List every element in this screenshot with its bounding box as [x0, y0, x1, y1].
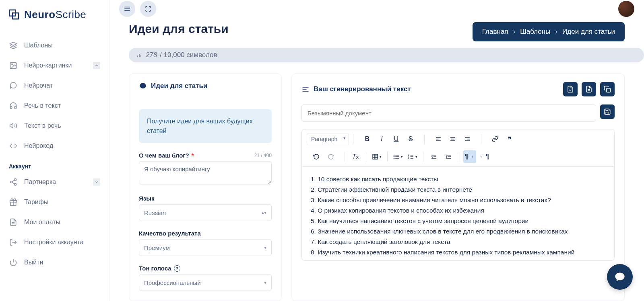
content-row: Идеи для статьи Получите идеи для ваших …: [109, 62, 644, 301]
logo[interactable]: NeuroScribe: [0, 0, 109, 29]
blog-char-counter: 21 / 400: [254, 153, 272, 158]
list-item: Стратегии эффективной продажи текста в и…: [311, 184, 605, 195]
sidebar-item-label: Партнерка: [24, 178, 56, 186]
list-item: Как научиться определять эмоциональный о…: [311, 258, 605, 261]
bold-button[interactable]: B: [361, 133, 374, 145]
volume-icon: [9, 121, 18, 130]
chevron-down-icon: [93, 62, 100, 69]
gift-icon: [9, 198, 18, 207]
svg-line-10: [12, 180, 14, 181]
input-card: Идеи для статьи Получите идеи для ваших …: [129, 74, 282, 301]
copy-button[interactable]: [600, 82, 615, 96]
tone-label: Тон голоса ?: [139, 265, 272, 272]
sidebar-item-templates[interactable]: Шаблоны: [4, 37, 105, 54]
align-right-button[interactable]: [461, 133, 474, 145]
paragraph-select[interactable]: Paragraph: [307, 133, 349, 145]
bar-chart-icon: [136, 52, 142, 58]
help-icon[interactable]: ?: [174, 265, 180, 272]
breadcrumb-home[interactable]: Главная: [482, 28, 508, 36]
clear-format-button[interactable]: Tx: [349, 150, 362, 163]
svg-rect-29: [607, 88, 611, 92]
chevron-right-icon: ›: [513, 28, 516, 36]
strike-button[interactable]: S: [404, 133, 417, 145]
align-center-button[interactable]: [446, 133, 459, 145]
chevron-right-icon: ›: [555, 28, 557, 36]
ltr-button[interactable]: ¶→: [463, 150, 476, 163]
sidebar-item-label: Тарифы: [24, 199, 48, 206]
breadcrumb-templates[interactable]: Шаблоны: [520, 28, 550, 36]
list-item: Как научиться написанию текстов с учетом…: [311, 216, 605, 226]
code-icon: [9, 141, 18, 150]
chat-icon: [614, 271, 625, 283]
rtl-button[interactable]: ←¶: [478, 150, 491, 163]
lang-label: Язык: [139, 195, 272, 202]
chars-label: символов: [186, 51, 217, 59]
link-button[interactable]: [489, 133, 502, 145]
sidebar-item-label: Нейрочат: [24, 82, 53, 89]
sidebar-item-plans[interactable]: Тарифы: [4, 194, 105, 211]
output-card-title: Ваш сгенерированный текст: [314, 85, 563, 93]
editor-content[interactable]: 10 советов как писать продающие текстыСт…: [301, 167, 615, 261]
power-icon: [9, 258, 18, 267]
chat-fab-button[interactable]: [607, 264, 633, 290]
indent-button[interactable]: [442, 150, 455, 163]
number-list-button[interactable]: 123: [406, 150, 419, 163]
share-icon: [9, 178, 18, 186]
layers-icon: [9, 41, 18, 50]
sidebar-item-label: Выйти: [24, 259, 43, 266]
list-item: О ризиках копирования текстов и способах…: [311, 205, 605, 216]
fullscreen-button[interactable]: [140, 1, 156, 17]
chat-bubble-icon: [139, 82, 147, 90]
logo-text: NeuroScribe: [24, 8, 86, 21]
document-name-input[interactable]: [301, 104, 596, 122]
outdent-button[interactable]: [427, 150, 440, 163]
tone-select[interactable]: Профессиональный▾: [139, 274, 272, 291]
sidebar-item-logout[interactable]: Выйти: [4, 254, 105, 271]
quality-label: Качество результата: [139, 230, 272, 237]
sidebar-item-label: Настройки аккаунта: [24, 239, 84, 246]
table-button[interactable]: [370, 150, 383, 163]
sidebar-item-label: Нейро-картинки: [24, 62, 72, 69]
list-item: 10 советов как писать продающие тексты: [311, 174, 605, 184]
output-card: Ваш сгенерированный текст W Paragraph: [291, 74, 625, 301]
sidebar-item-label: Текст в речь: [24, 122, 61, 129]
sidebar-item-images[interactable]: Нейро-картинки: [4, 57, 105, 74]
logo-icon: [8, 8, 20, 20]
svg-point-6: [14, 179, 17, 181]
underline-button[interactable]: U: [390, 133, 402, 145]
svg-point-4: [12, 64, 12, 65]
bullet-list-button[interactable]: [392, 150, 405, 163]
export-text-button[interactable]: [582, 82, 596, 96]
sidebar-item-code[interactable]: Нейрокод: [4, 137, 105, 154]
blog-textarea[interactable]: [139, 161, 272, 184]
redo-button[interactable]: [324, 150, 337, 163]
sidebar-item-stt[interactable]: Речь в текст: [4, 97, 105, 114]
svg-text:3: 3: [408, 157, 409, 159]
save-button[interactable]: [600, 104, 615, 119]
quote-button[interactable]: ❞: [503, 133, 516, 145]
italic-button[interactable]: I: [375, 133, 388, 145]
output-card-header: Ваш сгенерированный текст W: [292, 74, 624, 104]
sidebar-item-tts[interactable]: Текст в речь: [4, 117, 105, 134]
undo-button[interactable]: [310, 150, 323, 163]
sidebar-item-label: Речь в текст: [24, 102, 61, 109]
export-word-button[interactable]: W: [563, 82, 578, 96]
avatar[interactable]: [618, 1, 634, 17]
sidebar-item-payments[interactable]: Мои оплаты: [4, 214, 105, 231]
svg-marker-2: [10, 42, 17, 45]
list-item: Как создать цепляющий заголовок для текс…: [311, 237, 605, 247]
chevron-down-icon: [93, 178, 100, 186]
menu-toggle-button[interactable]: [119, 1, 135, 17]
align-left-button[interactable]: [432, 133, 445, 145]
topbar: [109, 0, 644, 17]
quality-select[interactable]: Премиум▾: [139, 239, 272, 256]
char-counter-pill: 278 / 10,000 символов: [129, 48, 644, 62]
sidebar-item-chat[interactable]: Нейрочат: [4, 77, 105, 94]
chat-icon: [9, 81, 18, 90]
lang-select[interactable]: Russian▴▾: [139, 204, 272, 221]
list-item: Какие способы привлечения внимания читат…: [311, 195, 605, 205]
list-item: Изучить техники креативного написания те…: [311, 247, 605, 258]
sidebar-item-affiliate[interactable]: Партнерка: [4, 174, 105, 190]
svg-point-7: [10, 181, 12, 183]
sidebar-item-settings[interactable]: Настройки аккаунта: [4, 234, 105, 251]
